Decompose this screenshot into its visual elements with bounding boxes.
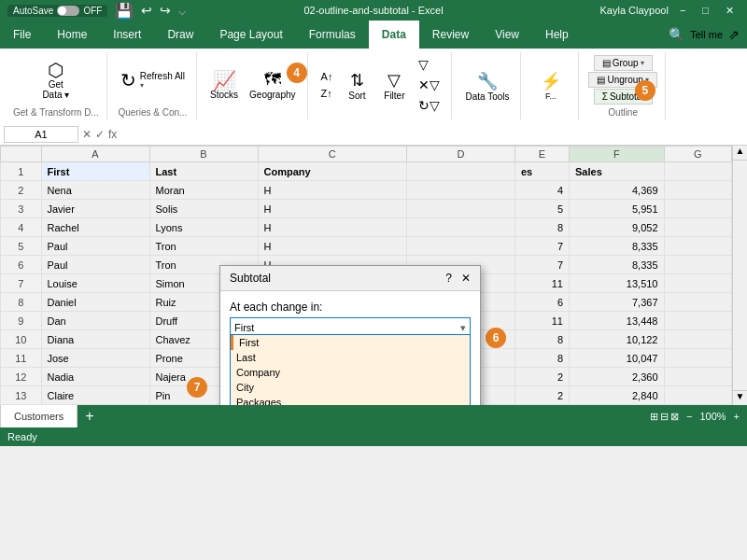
cell-d3[interactable]: [407, 200, 515, 218]
col-header-b[interactable]: B: [149, 147, 258, 162]
add-sheet-button[interactable]: +: [78, 405, 101, 427]
cell-g6[interactable]: [664, 256, 732, 274]
tab-home[interactable]: Home: [44, 21, 100, 49]
sort-button[interactable]: ⇅ Sort: [340, 68, 374, 103]
dialog-help-icon[interactable]: ?: [445, 272, 452, 285]
cell-c3[interactable]: H: [258, 200, 407, 218]
scroll-down-btn[interactable]: ▼: [733, 390, 747, 405]
cell-c4[interactable]: H: [258, 218, 407, 237]
cell-e1[interactable]: es: [515, 162, 570, 181]
cell-reference-box[interactable]: [4, 126, 78, 143]
col-header-e[interactable]: E: [515, 147, 570, 162]
cell-d4[interactable]: [407, 218, 515, 237]
cell-a11[interactable]: Jose: [41, 349, 149, 368]
get-data-button[interactable]: ⬡ Get Data ▾: [38, 59, 73, 102]
cell-g8[interactable]: [664, 293, 732, 312]
cell-e12[interactable]: 2: [515, 368, 570, 386]
refresh-all-button[interactable]: ↻ Refresh All ▾: [117, 67, 189, 93]
tab-help[interactable]: Help: [532, 21, 582, 49]
cell-g2[interactable]: [664, 181, 732, 200]
cell-a5[interactable]: Paul: [41, 237, 149, 256]
cell-e2[interactable]: 4: [515, 181, 570, 200]
zoom-minus-btn[interactable]: −: [686, 411, 692, 422]
confirm-icon[interactable]: ✓: [95, 128, 105, 141]
scroll-track[interactable]: [733, 161, 747, 390]
dropdown-item-city-top[interactable]: City: [231, 380, 470, 395]
dropdown-item-first[interactable]: First: [231, 335, 470, 350]
col-header-d[interactable]: D: [407, 147, 515, 162]
reapply-button[interactable]: ↻▽: [415, 96, 444, 115]
geography-button[interactable]: 🗺 Geography 4: [246, 68, 299, 102]
cell-f13[interactable]: 2,840: [570, 386, 665, 405]
sort-asc-button[interactable]: A↑: [317, 69, 337, 84]
cell-e11[interactable]: 8: [515, 349, 570, 368]
cell-a12[interactable]: Nadia: [41, 368, 149, 386]
cell-e7[interactable]: 11: [515, 274, 570, 293]
cell-a8[interactable]: Daniel: [41, 293, 149, 312]
page-layout-view-icon[interactable]: ⊟: [660, 411, 669, 423]
tab-draw[interactable]: Draw: [154, 21, 206, 49]
dropdown-item-company-top[interactable]: Company: [231, 365, 470, 380]
page-break-view-icon[interactable]: ⊠: [670, 411, 679, 423]
cell-g4[interactable]: [664, 218, 732, 237]
cancel-icon[interactable]: ✕: [82, 128, 92, 141]
cell-f5[interactable]: 8,335: [570, 237, 665, 256]
cell-f4[interactable]: 9,052: [570, 218, 665, 237]
maximize-btn[interactable]: □: [697, 5, 714, 17]
tab-review[interactable]: Review: [419, 21, 482, 49]
cell-g5[interactable]: [664, 237, 732, 256]
cell-e4[interactable]: 8: [515, 218, 570, 237]
cell-e8[interactable]: 6: [515, 293, 570, 312]
cell-f9[interactable]: 13,448: [570, 312, 665, 330]
col-header-f[interactable]: F: [570, 147, 665, 162]
cell-d1[interactable]: [407, 162, 515, 181]
cell-c5[interactable]: H: [258, 237, 407, 256]
formula-input[interactable]: [120, 129, 743, 140]
cell-e5[interactable]: 7: [515, 237, 570, 256]
cell-f11[interactable]: 10,047: [570, 349, 665, 368]
cell-a6[interactable]: Paul: [41, 256, 149, 274]
cell-g7[interactable]: [664, 274, 732, 293]
dropdown-item-last-top[interactable]: Last: [231, 350, 470, 365]
col-header-g[interactable]: G: [664, 147, 732, 162]
cell-g9[interactable]: [664, 312, 732, 330]
cell-f1[interactable]: Sales: [570, 162, 665, 181]
zoom-plus-btn[interactable]: +: [734, 411, 740, 422]
normal-view-icon[interactable]: ⊞: [650, 411, 658, 423]
stocks-button[interactable]: 📈 Stocks: [206, 69, 242, 102]
cell-f3[interactable]: 5,951: [570, 200, 665, 218]
tab-insert[interactable]: Insert: [100, 21, 154, 49]
cell-f10[interactable]: 10,122: [570, 330, 665, 349]
tab-file[interactable]: File: [0, 21, 44, 49]
group-button[interactable]: ▤ Group ▾: [594, 55, 653, 71]
scroll-up-btn[interactable]: ▲: [733, 146, 747, 161]
tab-view[interactable]: View: [482, 21, 532, 49]
advanced-filter-button[interactable]: ▽: [415, 55, 444, 74]
cell-b4[interactable]: Lyons: [149, 218, 258, 237]
col-header-c[interactable]: C: [258, 147, 407, 162]
cell-f12[interactable]: 2,360: [570, 368, 665, 386]
clear-filter-button[interactable]: ✕▽: [415, 76, 444, 94]
insert-function-icon[interactable]: fx: [108, 128, 117, 141]
sort-desc-button[interactable]: Z↑: [317, 86, 337, 101]
dialog-close-icon[interactable]: ✕: [461, 272, 471, 285]
cell-g12[interactable]: [664, 368, 732, 386]
cell-a1[interactable]: First: [41, 162, 149, 181]
data-tools-button[interactable]: 🔧 Data Tools: [461, 69, 513, 104]
close-btn[interactable]: ✕: [720, 5, 740, 17]
cell-e6[interactable]: 7: [515, 256, 570, 274]
cell-a4[interactable]: Rachel: [41, 218, 149, 237]
cell-e9[interactable]: 11: [515, 312, 570, 330]
cell-e3[interactable]: 5: [515, 200, 570, 218]
cell-f7[interactable]: 13,510: [570, 274, 665, 293]
vertical-scrollbar[interactable]: ▲ ▼: [732, 146, 747, 405]
flash-fill-button[interactable]: ⚡ F...: [534, 69, 568, 103]
cell-e13[interactable]: 2: [515, 386, 570, 405]
autosave-switch[interactable]: [57, 6, 79, 16]
cell-c1[interactable]: Company: [258, 162, 407, 181]
cell-a3[interactable]: Javier: [41, 200, 149, 218]
cell-a2[interactable]: Nena: [41, 181, 149, 200]
cell-c2[interactable]: H: [258, 181, 407, 200]
cell-a9[interactable]: Dan: [41, 312, 149, 330]
cell-b5[interactable]: Tron: [149, 237, 258, 256]
